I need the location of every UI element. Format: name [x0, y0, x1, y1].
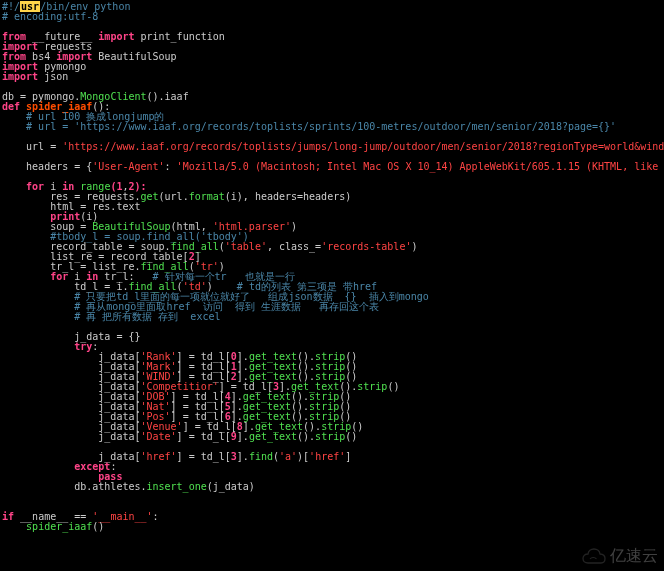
code-line: url = 'https://www.iaaf.org/records/topl… [2, 141, 664, 152]
code-line: db.athletes.insert_one(j_data) [2, 481, 255, 492]
watermark-text: 亿速云 [610, 548, 658, 564]
watermark: 亿速云 [581, 547, 658, 565]
cloud-icon [581, 547, 607, 565]
import-line: import json [2, 71, 68, 82]
code-line: spider_iaaf() [2, 521, 104, 532]
code-editor[interactable]: #!/usr/bin/env python # encoding:utf-8 f… [0, 0, 664, 534]
comment-line: # 再 把所有数据 存到 excel [2, 311, 220, 322]
comment-line: # url = 'https://www.iaaf.org/records/to… [2, 121, 616, 132]
encoding-line: # encoding:utf-8 [2, 11, 98, 22]
code-line: j_data['Date'] = td_l[9].get_text().stri… [2, 431, 357, 442]
code-line: headers = {'User-Agent': 'Mozilla/5.0 (M… [2, 161, 664, 172]
